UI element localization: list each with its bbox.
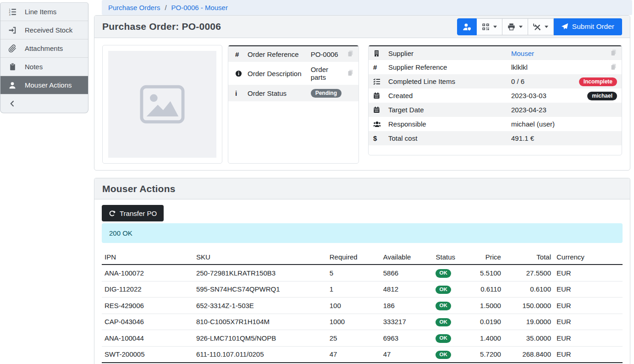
order-actions-button[interactable] (528, 18, 554, 35)
supplier-details-table: Supplier Mouser # Supplier Reference lkl… (368, 45, 622, 155)
info-circle-icon (235, 70, 242, 77)
ok-badge: OK (436, 334, 451, 343)
purchase-order-panel: Purchase Order: PO-0006 (94, 15, 630, 171)
column-header-available: Available (380, 250, 433, 265)
detail-row-order-description: Order Description Order parts (228, 62, 358, 85)
svg-text:3: 3 (9, 13, 11, 16)
tools-icon (533, 23, 541, 31)
detail-row-created: Created 2023-03-03 michael (369, 88, 622, 103)
column-header-currency: Currency (554, 250, 623, 265)
transfer-po-button[interactable]: Transfer PO (102, 205, 164, 221)
detail-label: Responsible (386, 117, 508, 131)
ok-badge: OK (436, 318, 451, 327)
order-details-table: # Order Reference PO-0006 Order Descript… (228, 45, 359, 164)
sidebar-item-label: Mouser Actions (25, 81, 72, 89)
submit-order-button[interactable]: Submit Order (554, 18, 622, 35)
ok-badge: OK (436, 269, 451, 278)
supplier-link[interactable]: Mouser (511, 50, 534, 57)
caret-down-icon (493, 26, 497, 28)
detail-row-responsible: Responsible michael (user) (369, 117, 622, 131)
clipboard-icon (7, 63, 17, 71)
main-content: Purchase Orders / PO-0006 - Mouser Purch… (94, 0, 630, 364)
breadcrumb-separator: / (165, 4, 166, 11)
hashtag-icon: # (373, 63, 383, 71)
ok-badge: OK (436, 351, 451, 359)
sidebar-item-received-stock[interactable]: Received Stock (0, 21, 88, 39)
cell-currency: EUR (554, 298, 623, 314)
cell-required: 100 (327, 298, 380, 314)
cell-total: 268.8400 (504, 346, 554, 363)
cell-sku: 652-3314Z-1-503E (193, 298, 327, 314)
cell-ipn: CAP-043046 (102, 314, 193, 330)
detail-label: Completed Line Items (386, 74, 508, 88)
column-header-status: Status (433, 250, 462, 265)
sidebar-item-mouser-actions[interactable]: Mouser Actions (0, 76, 88, 94)
breadcrumb-purchase-orders-link[interactable]: Purchase Orders (108, 4, 160, 11)
mouser-actions-panel-body: Transfer PO 200 OK IPN SKU Required Avai… (94, 199, 630, 364)
cell-price: 0.6110 (462, 281, 504, 298)
transfer-po-label: Transfer PO (120, 210, 157, 217)
cell-price: 0.0190 (462, 314, 504, 330)
sidebar-item-label: Line Items (25, 8, 56, 16)
cell-total: 150.0000 (504, 298, 554, 314)
cell-ipn: ANA-100044 (102, 330, 193, 347)
admin-view-button[interactable] (457, 18, 477, 35)
detail-row-total-cost: $ Total cost 491.1 € (369, 131, 622, 145)
detail-value: 491.1 € (508, 131, 567, 145)
cell-available: 6963 (380, 330, 433, 347)
refresh-icon (109, 210, 116, 217)
sidebar-item-label: Notes (25, 63, 43, 71)
cell-available: 5866 (380, 265, 433, 281)
cell-available: 4812 (380, 281, 433, 298)
cell-sku: 250-72981KLRATR150B3 (193, 265, 327, 281)
cell-sku: 595-SN74HCS74QPWRQ1 (193, 281, 327, 298)
cell-total: 19.0000 (504, 314, 554, 330)
users-icon (373, 120, 383, 128)
sidebar-collapse-button[interactable] (0, 94, 88, 113)
caret-down-icon (519, 26, 523, 28)
sidebar-item-line-items[interactable]: 123 Line Items (0, 3, 88, 21)
copy-icon[interactable] (347, 69, 354, 76)
cell-ipn: SWT-200005 (102, 346, 193, 363)
line-items-table: IPN SKU Required Available Status Price … (102, 250, 623, 364)
purchase-order-panel-body: # Order Reference PO-0006 Order Descript… (94, 38, 630, 170)
detail-row-supplier-reference: # Supplier Reference lklklkl (369, 60, 622, 74)
paperclip-icon (7, 44, 17, 53)
cell-ipn: RES-429006 (102, 298, 193, 314)
detail-value: 0 / 6 (508, 74, 567, 88)
detail-row-order-reference: # Order Reference PO-0006 (228, 46, 358, 62)
user-shield-icon (463, 22, 471, 31)
info-icon: i (235, 89, 242, 97)
column-header-ipn: IPN (102, 250, 193, 265)
mouser-actions-panel-header: Mouser Actions (94, 178, 630, 199)
table-row: CAP-043046 810-C1005X7R1H104M 1000 33321… (102, 314, 623, 330)
status-badge: Pending (311, 89, 342, 98)
sidebar-item-attachments[interactable]: Attachments (0, 39, 88, 58)
copy-icon[interactable] (347, 50, 354, 57)
cell-required: 25 (327, 330, 380, 347)
column-header-total: Total (504, 250, 554, 265)
user-icon (7, 81, 17, 89)
list-check-icon (373, 78, 383, 85)
cell-currency: EUR (554, 346, 623, 363)
breadcrumb-current-link[interactable]: PO-0006 - Mouser (171, 4, 228, 11)
sidebar-item-notes[interactable]: Notes (0, 58, 88, 76)
caret-down-icon (545, 26, 548, 28)
cell-ipn: ANA-100072 (102, 265, 193, 281)
table-row: SWT-200005 611-110.107.011/0205 47 47 OK… (102, 346, 623, 363)
cell-sku: 810-C1005X7R1H104M (193, 314, 327, 330)
barcode-actions-button[interactable] (477, 18, 502, 35)
detail-label: Supplier (386, 46, 508, 60)
cell-required: 1 (327, 281, 380, 298)
table-row: RES-429006 652-3314Z-1-503E 100 186 OK 1… (102, 298, 623, 314)
copy-icon[interactable] (610, 63, 617, 70)
sidebar-item-label: Received Stock (25, 26, 72, 34)
print-actions-button[interactable] (502, 18, 528, 35)
detail-row-empty (369, 145, 622, 153)
detail-value: 2023-03-03 (508, 88, 567, 103)
purchase-order-panel-header: Purchase Order: PO-0006 (94, 16, 630, 38)
breadcrumb: Purchase Orders / PO-0006 - Mouser (102, 0, 632, 15)
copy-icon[interactable] (610, 49, 617, 56)
cell-price: 1.5000 (462, 298, 504, 314)
order-image-card[interactable] (102, 45, 222, 164)
